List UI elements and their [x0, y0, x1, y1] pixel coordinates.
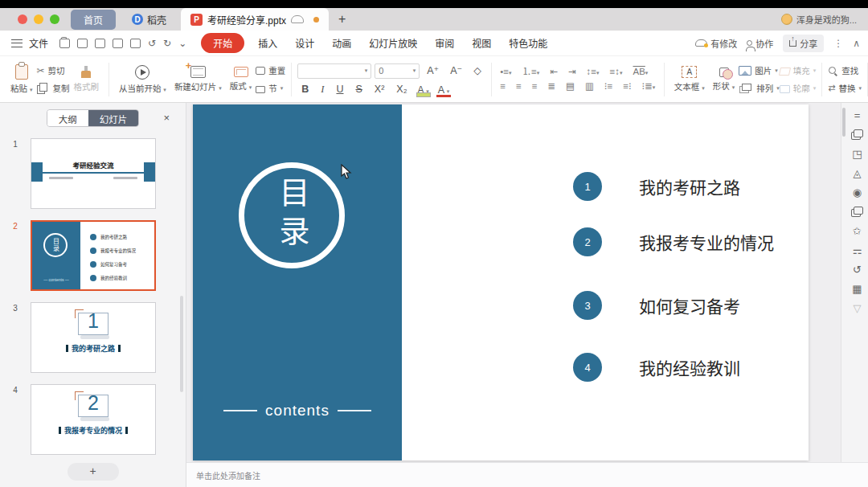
- print-icon[interactable]: [113, 39, 123, 48]
- cut-button[interactable]: ✂剪切: [36, 64, 69, 76]
- list-level-b-button[interactable]: ≡⁝: [620, 82, 634, 92]
- font-size-combo[interactable]: 0▾: [375, 63, 420, 79]
- arrange-button[interactable]: 排列 ▾: [739, 82, 780, 94]
- shapes-panel-icon[interactable]: ◳: [851, 148, 863, 160]
- list-level-c-button[interactable]: ⁝≣▾: [639, 82, 658, 92]
- notes-bar[interactable]: 单击此处添加备注: [186, 462, 868, 487]
- close-window-button[interactable]: [18, 14, 27, 24]
- add-slide-button[interactable]: +: [68, 463, 119, 481]
- image-panel-icon[interactable]: ▦: [851, 283, 863, 295]
- slide-thumbnail-3[interactable]: 3 1 我的考研之路: [0, 302, 186, 373]
- new-tab-button[interactable]: +: [338, 12, 346, 27]
- font-name-combo[interactable]: ▾: [297, 63, 371, 79]
- feedback-panel-icon[interactable]: ▽: [851, 302, 863, 314]
- menu-tab-special-features[interactable]: 特色功能: [500, 36, 556, 50]
- find-button[interactable]: 查找: [828, 64, 862, 76]
- subscript-button[interactable]: X₂: [392, 84, 411, 95]
- strikethrough-button[interactable]: S: [351, 84, 366, 95]
- play-from-current-button[interactable]: 从当前开始 ▾: [115, 65, 170, 94]
- menu-tab-review[interactable]: 审阅: [426, 36, 463, 50]
- adjust-panel-icon[interactable]: ⚎: [851, 244, 863, 256]
- format-painter-button[interactable]: 格式刷: [69, 66, 103, 92]
- bullets-button[interactable]: •≡▾: [497, 68, 514, 77]
- user-account[interactable]: 浑身是戏的狗...: [781, 13, 857, 26]
- layers-panel-icon[interactable]: [851, 206, 863, 218]
- columns-button[interactable]: ▥: [582, 82, 596, 92]
- superscript-button[interactable]: X²: [371, 84, 389, 95]
- italic-button[interactable]: I: [317, 84, 328, 95]
- bold-button[interactable]: B: [297, 84, 313, 95]
- quick-access-more-icon[interactable]: ⌄: [178, 39, 186, 48]
- shapes-button[interactable]: 形状 ▾: [709, 68, 739, 92]
- outdent-button[interactable]: ⇤: [547, 68, 561, 77]
- fill-button[interactable]: 填充 ▾: [780, 64, 817, 76]
- toc-item-2[interactable]: 2 我报考专业的情况: [573, 227, 774, 256]
- menu-file[interactable]: 文件: [29, 36, 48, 50]
- highlight-color-button[interactable]: A ▾: [416, 84, 432, 96]
- text-direction-button[interactable]: AB▾: [630, 68, 651, 77]
- textbox-button[interactable]: A 文本框 ▾: [670, 66, 709, 92]
- layout-button[interactable]: 版式 ▾: [226, 67, 256, 92]
- history-panel-icon[interactable]: ↺: [851, 264, 863, 276]
- modified-status[interactable]: 有修改: [695, 37, 737, 50]
- close-panel-icon[interactable]: ×: [163, 112, 170, 124]
- paste-button[interactable]: 粘贴 ▾: [6, 64, 36, 94]
- open-icon[interactable]: [59, 39, 70, 48]
- save-icon[interactable]: [77, 39, 88, 48]
- tab-docer[interactable]: D 稻壳: [124, 10, 174, 30]
- distribute-button[interactable]: ▤: [563, 82, 578, 92]
- list-level-a-button[interactable]: ⁝≡: [601, 82, 615, 92]
- export-icon[interactable]: [95, 39, 105, 48]
- menu-tab-design[interactable]: 设计: [286, 36, 323, 50]
- section-button[interactable]: 节 ▾: [256, 82, 285, 94]
- undo-icon[interactable]: ↺: [148, 39, 156, 48]
- collapse-ribbon-icon[interactable]: ∧: [853, 38, 860, 49]
- menu-tab-insert[interactable]: 插入: [249, 36, 286, 50]
- font-color-button[interactable]: A ▾: [436, 84, 452, 96]
- replace-button[interactable]: ⇄替换 ▾: [828, 82, 862, 94]
- seal-panel-icon[interactable]: ◉: [851, 186, 863, 198]
- canvas-scrollbar[interactable]: [842, 108, 845, 137]
- justify-button[interactable]: ≣: [545, 82, 559, 92]
- resource-panel-icon[interactable]: ◬: [851, 167, 863, 179]
- zoom-window-button[interactable]: [50, 14, 59, 24]
- share-button[interactable]: 分享: [783, 35, 824, 52]
- align-right-button[interactable]: ≡: [529, 82, 540, 92]
- tab-document[interactable]: P 考研经验分享.pptx: [181, 8, 329, 31]
- numbering-button[interactable]: ⒈≡▾: [519, 68, 542, 77]
- tab-slides[interactable]: 幻灯片: [88, 110, 139, 126]
- outline-button[interactable]: 轮廓 ▾: [780, 82, 817, 94]
- underline-button[interactable]: U: [332, 84, 347, 95]
- menu-tab-slideshow[interactable]: 幻灯片放映: [360, 36, 426, 50]
- print-preview-icon[interactable]: [130, 39, 141, 48]
- toc-item-4[interactable]: 4 我的经验教训: [573, 353, 740, 382]
- new-slide-button[interactable]: 新建幻灯片 ▾: [170, 66, 226, 92]
- menu-tab-home[interactable]: 开始: [201, 33, 244, 53]
- toc-circle[interactable]: 目录: [239, 162, 345, 268]
- line-spacing-button[interactable]: ↕≡▾: [583, 68, 602, 77]
- grow-font-button[interactable]: A⁺: [423, 66, 443, 76]
- redo-icon[interactable]: ↻: [163, 39, 171, 48]
- slide-thumbnail-4[interactable]: 4 2 我报考专业的情况: [0, 384, 186, 455]
- more-options-icon[interactable]: ⋮: [833, 38, 843, 49]
- slide-thumbnail-1[interactable]: 1 考研经验交流: [0, 138, 186, 209]
- contents-row[interactable]: contents: [193, 402, 402, 419]
- panel-scrollbar[interactable]: [180, 296, 183, 392]
- toc-item-1[interactable]: 1 我的考研之路: [573, 172, 740, 201]
- picture-button[interactable]: 图片 ▾: [739, 64, 780, 76]
- clear-format-button[interactable]: ◇: [469, 66, 485, 76]
- slide-teal-panel[interactable]: 目录 contents: [193, 104, 402, 460]
- tab-outline[interactable]: 大纲: [47, 110, 88, 126]
- reset-button[interactable]: 重置: [256, 64, 285, 76]
- align-left-button[interactable]: ≡: [497, 82, 509, 92]
- slide-thumbnail-2-selected[interactable]: 2 目录 — contents — 我的考研之路 我报考专业的情况 如何复习备考…: [0, 220, 186, 291]
- tab-home[interactable]: 首页: [71, 10, 116, 30]
- shrink-font-button[interactable]: A⁻: [446, 66, 466, 76]
- menu-tab-view[interactable]: 视图: [463, 36, 500, 50]
- slide-pane-icon[interactable]: [851, 129, 863, 141]
- collapse-strip-icon[interactable]: =: [851, 109, 863, 121]
- hamburger-menu-icon[interactable]: [11, 39, 23, 47]
- minimize-window-button[interactable]: [34, 14, 43, 24]
- menu-tab-animation[interactable]: 动画: [323, 36, 360, 50]
- indent-button[interactable]: ⇥: [565, 68, 579, 77]
